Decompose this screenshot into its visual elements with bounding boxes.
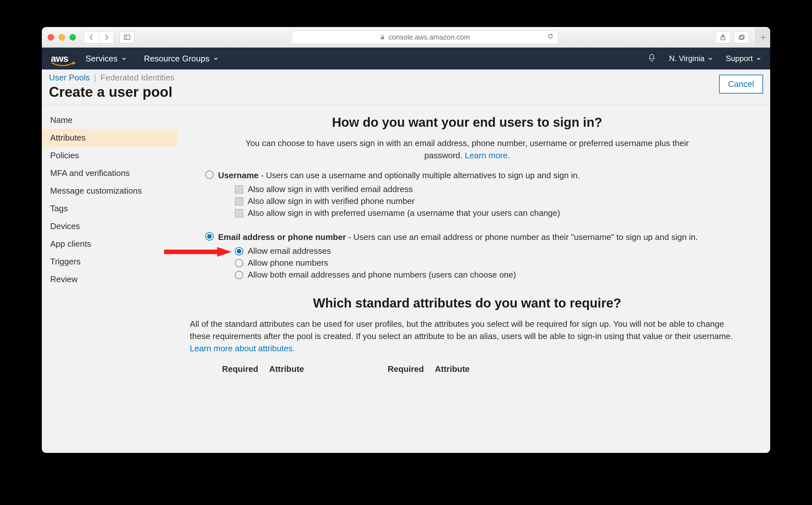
sidebar-item-message[interactable]: Message customizations: [42, 182, 177, 200]
nav-support-label: Support: [726, 54, 753, 63]
breadcrumb-federated[interactable]: Federated Identities: [101, 73, 174, 82]
fullscreen-window-button[interactable]: [69, 34, 76, 40]
address-bar[interactable]: console.aws.amazon.com: [292, 30, 558, 44]
section1-heading: How do you want your end users to sign i…: [190, 115, 745, 130]
radio-icon[interactable]: [205, 170, 214, 179]
nav-services-label: Services: [86, 54, 118, 64]
radio-icon[interactable]: [235, 259, 243, 267]
content: Name Attributes Policies MFA and verific…: [42, 105, 770, 453]
checkbox-allow-preferred[interactable]: Also allow sign in with preferred userna…: [235, 208, 729, 218]
radio-icon[interactable]: [235, 271, 243, 279]
nav-back-forward: [84, 31, 114, 44]
svg-rect-5: [739, 36, 743, 39]
radio-icon[interactable]: [205, 232, 214, 240]
sidebar-item-review[interactable]: Review: [42, 271, 177, 288]
section2-heading: Which standard attributes do you want to…: [190, 296, 745, 310]
col-required: Required: [388, 364, 424, 374]
section1-intro: You can choose to have users sign in wit…: [235, 137, 699, 161]
tabs-button[interactable]: [734, 31, 749, 43]
checkbox-icon[interactable]: [235, 209, 243, 217]
sidebar-item-devices[interactable]: Devices: [42, 217, 177, 235]
chevron-down-icon: [213, 56, 218, 61]
svg-rect-0: [124, 35, 130, 39]
chevron-down-icon: [121, 56, 127, 61]
nav-region[interactable]: N. Virginia: [669, 54, 713, 63]
chevron-down-icon: [756, 56, 761, 61]
svg-marker-9: [72, 61, 76, 65]
new-tab-button[interactable]: [755, 28, 770, 46]
sidebar-item-mfa[interactable]: MFA and verifications: [42, 164, 177, 182]
sidebar-item-attributes[interactable]: Attributes: [42, 129, 177, 147]
breadcrumb: User Pools | Federated Identities: [49, 73, 174, 83]
main-panel: How do you want your end users to sign i…: [177, 105, 770, 453]
checkbox-label: Also allow sign in with verified phone n…: [248, 196, 415, 206]
minimize-window-button[interactable]: [58, 34, 65, 40]
option-emailphone-rest: - Users can use an email address or phon…: [346, 232, 698, 242]
close-window-button[interactable]: [48, 34, 54, 40]
radio-allow-email[interactable]: Allow email addresses: [235, 246, 729, 256]
address-text: console.aws.amazon.com: [388, 33, 470, 41]
option-username-bold: Username: [218, 170, 259, 180]
reload-button[interactable]: [547, 33, 554, 41]
sidebar-item-tags[interactable]: Tags: [42, 200, 177, 217]
attributes-table-header: Required Attribute Required Attribute: [222, 364, 745, 374]
cancel-button[interactable]: Cancel: [719, 74, 763, 94]
breadcrumb-user-pools[interactable]: User Pools: [49, 73, 90, 82]
browser-window: console.aws.amazon.com aws Services Reso…: [42, 27, 770, 453]
share-button[interactable]: [715, 31, 730, 43]
aws-logo[interactable]: aws: [51, 53, 68, 64]
radio-label: Allow phone numbers: [248, 258, 328, 268]
learn-more-link[interactable]: Learn more.: [465, 151, 510, 160]
section2-intro-text: All of the standard attributes can be us…: [190, 319, 733, 341]
nav-resource-groups[interactable]: Resource Groups: [144, 54, 218, 64]
radio-option-username[interactable]: Username - Users can use a username and …: [205, 169, 729, 182]
radio-allow-both[interactable]: Allow both email addresses and phone num…: [235, 270, 729, 280]
checkbox-icon[interactable]: [235, 197, 243, 205]
radio-option-email-phone[interactable]: Email address or phone number - Users ca…: [205, 231, 729, 243]
sidebar-item-name[interactable]: Name: [42, 111, 177, 129]
svg-rect-2: [381, 37, 384, 39]
notifications-icon[interactable]: [647, 53, 656, 64]
radio-label: Allow email addresses: [248, 246, 331, 256]
chevron-down-icon: [708, 56, 713, 61]
show-sidebar-button[interactable]: [120, 31, 135, 43]
checkbox-label: Also allow sign in with verified email a…: [248, 184, 413, 194]
learn-more-attributes-link[interactable]: Learn more about attributes.: [190, 344, 295, 353]
nav-support[interactable]: Support: [726, 54, 761, 63]
sidebar-item-triggers[interactable]: Triggers: [42, 253, 177, 271]
window-controls: [48, 34, 76, 40]
section2-intro: All of the standard attributes can be us…: [190, 318, 745, 354]
aws-top-nav: aws Services Resource Groups N. Virginia…: [42, 48, 770, 69]
svg-rect-6: [740, 35, 744, 39]
breadcrumb-separator: |: [94, 73, 96, 82]
checkbox-allow-phone[interactable]: Also allow sign in with verified phone n…: [235, 196, 729, 206]
checkbox-icon[interactable]: [235, 185, 243, 194]
sidebar-item-policies[interactable]: Policies: [42, 147, 177, 164]
back-button[interactable]: [84, 31, 99, 43]
sidebar-item-app-clients[interactable]: App clients: [42, 235, 177, 253]
nav-right: N. Virginia Support: [647, 53, 761, 64]
nav-services[interactable]: Services: [86, 54, 127, 64]
signin-option-email-phone: Email address or phone number - Users ca…: [205, 231, 729, 280]
checkbox-allow-email[interactable]: Also allow sign in with verified email a…: [235, 184, 729, 194]
toolbar-right: [715, 28, 764, 46]
col-attribute: Attribute: [269, 364, 304, 374]
lock-icon: [380, 35, 385, 40]
option-emailphone-bold: Email address or phone number: [218, 232, 346, 242]
header-row: User Pools | Federated Identities Create…: [42, 69, 770, 105]
radio-icon[interactable]: [235, 247, 243, 256]
col-attribute: Attribute: [435, 364, 470, 374]
page-title: Create a user pool: [49, 84, 174, 100]
aws-smile-icon: [51, 61, 76, 67]
radio-allow-phone[interactable]: Allow phone numbers: [235, 258, 729, 268]
forward-button[interactable]: [99, 31, 114, 43]
radio-label: Allow both email addresses and phone num…: [248, 270, 516, 280]
signin-option-username: Username - Users can use a username and …: [205, 169, 729, 218]
option-username-rest: - Users can use a username and optionall…: [259, 170, 580, 180]
nav-resource-groups-label: Resource Groups: [144, 54, 209, 64]
nav-region-label: N. Virginia: [669, 54, 704, 63]
col-required: Required: [222, 364, 258, 374]
mac-toolbar: console.aws.amazon.com: [42, 27, 770, 48]
email-phone-sub-options: Allow email addresses Allow phone number…: [235, 246, 729, 280]
wizard-sidebar: Name Attributes Policies MFA and verific…: [42, 105, 177, 453]
